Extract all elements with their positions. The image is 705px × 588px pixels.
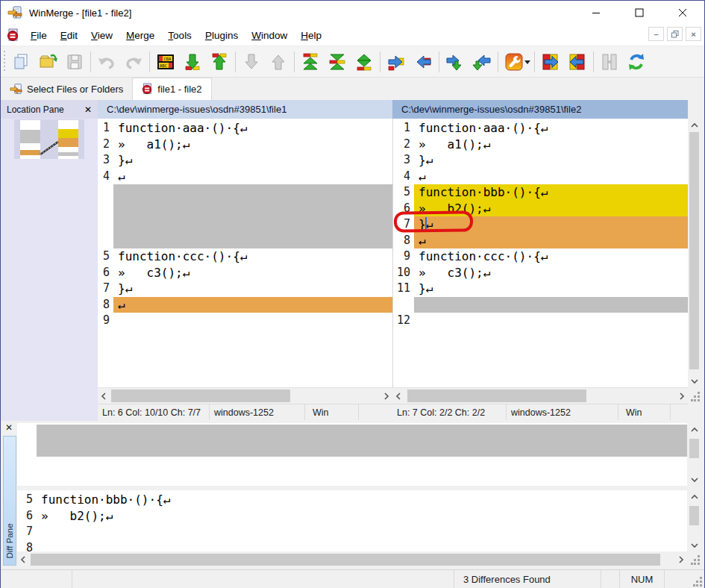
save-button[interactable] [61, 49, 88, 75]
mdi-minimize-button[interactable]: – [648, 27, 664, 41]
diff-horizontal-scrollbar[interactable] [17, 553, 687, 566]
scroll-up-icon[interactable] [691, 119, 698, 131]
close-button[interactable] [661, 1, 704, 25]
menu-item[interactable]: Plugins [198, 27, 245, 44]
code-line[interactable]: 4 ↵ [98, 169, 392, 185]
next-difference-button[interactable] [179, 49, 206, 75]
redo-button[interactable] [120, 49, 147, 75]
next-conflict-button[interactable] [238, 49, 265, 75]
scrollbar-thumb[interactable] [111, 390, 290, 402]
mdi-close-button[interactable]: × [686, 27, 701, 41]
auto-merge-button[interactable] [596, 49, 623, 75]
minimize-button[interactable] [574, 1, 618, 25]
location-minimap[interactable] [14, 119, 84, 159]
copy-right-button[interactable] [383, 49, 410, 75]
scroll-left-icon[interactable] [392, 388, 404, 404]
scrollbar-track[interactable] [110, 388, 380, 404]
code-line[interactable]: 8 [17, 540, 687, 552]
scrollbar-thumb[interactable] [689, 132, 699, 369]
tab-file1-file2[interactable]: file1 - file2 [132, 78, 211, 100]
code-line[interactable] [17, 441, 687, 457]
scrollbar-track[interactable] [29, 553, 675, 566]
scroll-down-icon[interactable] [691, 375, 698, 387]
new-file-button[interactable] [7, 49, 34, 75]
maximize-button[interactable] [618, 1, 661, 25]
swap-panes-button[interactable]: CBAABC [152, 49, 179, 75]
mdi-restore-button[interactable] [667, 27, 683, 41]
scrollbar-track[interactable] [688, 131, 701, 375]
code-line[interactable]: 5 function·bbb·()·{↵ [17, 492, 687, 508]
scrollbar-track[interactable] [688, 436, 701, 473]
code-line[interactable]: 3 }↵ [98, 152, 392, 169]
code-line[interactable]: 10 » c3();↵ [393, 265, 688, 281]
location-pane-close-icon[interactable]: ✕ [84, 104, 92, 115]
scroll-right-icon[interactable] [675, 551, 687, 568]
copy-all-left-button[interactable] [564, 49, 591, 75]
menu-item[interactable]: Edit [54, 27, 84, 44]
menu-item[interactable]: File [24, 27, 54, 44]
left-file-header[interactable]: C:\dev\winmerge-issues\osdn#39851\file1 [98, 100, 392, 119]
scroll-down-icon[interactable] [691, 473, 698, 486]
code-line[interactable] [393, 297, 688, 313]
code-line[interactable]: 5 function·bbb·()·{↵ [393, 184, 688, 201]
copy-right-and-advance-button[interactable] [442, 49, 469, 75]
diff-bottom-vertical-scrollbar[interactable] [688, 490, 701, 551]
last-difference-button[interactable] [351, 49, 377, 75]
code-line[interactable]: 3 }↵ [393, 152, 688, 169]
code-line[interactable] [98, 184, 392, 201]
current-difference-button[interactable] [324, 49, 351, 75]
previous-conflict-button[interactable] [265, 49, 292, 75]
scroll-left-icon[interactable] [98, 388, 110, 404]
diff-pane-right-content[interactable]: 5 function·bbb·()·{↵ 6 » b2();↵ 7 8 [17, 490, 687, 551]
code-line[interactable]: 1 function·aaa·()·{↵ [393, 120, 688, 137]
undo-button[interactable] [93, 49, 120, 75]
menu-item[interactable]: Help [294, 27, 328, 44]
code-line[interactable]: 7 }↵ [98, 281, 392, 297]
code-line[interactable]: 1 function·aaa·()·{↵ [98, 120, 392, 137]
vertical-scrollbar[interactable] [688, 119, 701, 387]
code-line[interactable]: 12 [393, 313, 688, 329]
scroll-up-icon[interactable] [691, 423, 698, 436]
scroll-up-icon[interactable] [691, 490, 698, 503]
code-line[interactable]: 7 [17, 524, 687, 540]
menu-item[interactable]: View [84, 27, 119, 44]
scroll-down-icon[interactable] [691, 539, 698, 551]
scrollbar-thumb[interactable] [689, 506, 699, 525]
code-line[interactable]: 4 ↵ [393, 169, 688, 185]
code-line[interactable] [17, 425, 687, 441]
diff-pane-close-icon[interactable]: ✕ [5, 422, 13, 433]
code-line[interactable] [98, 201, 392, 217]
menu-item[interactable]: Window [245, 27, 294, 44]
left-editor-pane[interactable]: 1 function·aaa·()·{↵ 2 » a1();↵ 3 }↵ 4 ↵ [98, 119, 392, 387]
code-line[interactable]: 2 » a1();↵ [98, 137, 392, 153]
code-line[interactable]: 8 ↵ [98, 297, 392, 313]
copy-all-right-button[interactable] [537, 49, 564, 75]
left-horizontal-scrollbar[interactable] [98, 387, 392, 404]
resize-grip[interactable] [691, 392, 701, 401]
menu-item[interactable]: Tools [161, 27, 198, 44]
diff-pane-left-content[interactable] [17, 423, 687, 486]
code-line[interactable]: 9 [98, 313, 392, 329]
toolbar-grip[interactable] [2, 51, 7, 73]
first-difference-button[interactable] [297, 49, 324, 75]
copy-left-and-advance-button[interactable] [469, 49, 495, 75]
diff-top-vertical-scrollbar[interactable] [688, 423, 701, 486]
options-button[interactable] [501, 49, 527, 75]
options-dropdown-button[interactable] [524, 60, 530, 67]
scrollbar-track[interactable] [688, 503, 701, 539]
scroll-right-icon[interactable] [676, 388, 688, 404]
open-button[interactable] [34, 49, 61, 75]
right-file-header[interactable]: C:\dev\winmerge-issues\osdn#39851\file2 [392, 100, 688, 119]
code-line[interactable] [98, 233, 392, 249]
copy-left-button[interactable] [410, 49, 436, 75]
code-line[interactable]: 11 }↵ [393, 281, 688, 297]
code-line[interactable] [98, 216, 392, 233]
refresh-button[interactable] [623, 49, 650, 75]
code-line[interactable]: 6 » c3();↵ [98, 265, 392, 281]
scrollbar-thumb[interactable] [31, 554, 660, 566]
scroll-left-icon[interactable] [17, 551, 29, 568]
right-horizontal-scrollbar[interactable] [392, 387, 688, 404]
scroll-right-icon[interactable] [380, 388, 392, 404]
code-line[interactable]: 8 ↵ [393, 233, 688, 249]
right-editor-pane[interactable]: 1 function·aaa·()·{↵ 2 » a1();↵ 3 }↵ 4 ↵… [392, 119, 688, 387]
